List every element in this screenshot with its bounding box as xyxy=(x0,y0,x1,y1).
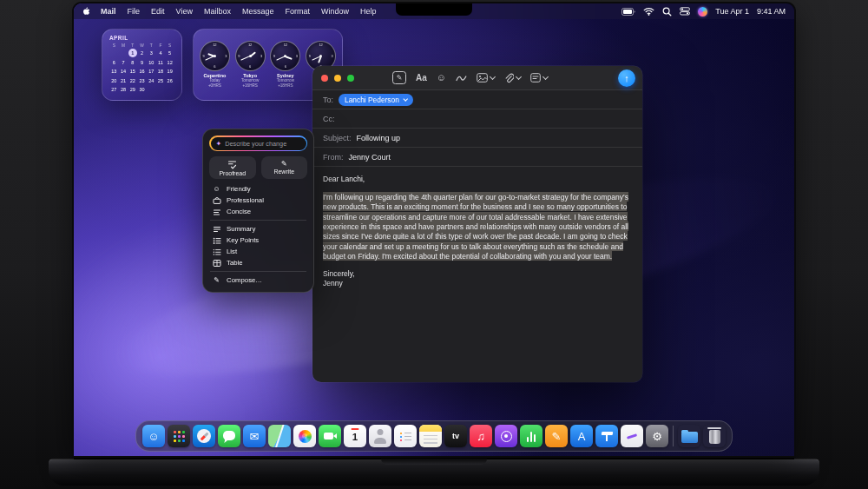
calendar-day[interactable]: 8 xyxy=(128,58,137,68)
writing-tools-item-concise[interactable]: Concise xyxy=(209,206,307,217)
dock-fitness[interactable] xyxy=(520,425,542,447)
writing-tools-item-list[interactable]: List xyxy=(209,246,307,257)
minimize-window-button[interactable] xyxy=(334,75,341,82)
dock-contacts[interactable] xyxy=(369,425,391,447)
dock-messages[interactable] xyxy=(218,425,240,447)
battery-icon[interactable] xyxy=(621,8,635,16)
writing-tools-item-key-points[interactable]: Key Points xyxy=(209,235,307,246)
dock-freeform[interactable] xyxy=(621,425,643,447)
spotlight-search-icon[interactable] xyxy=(662,7,672,17)
dock-pages[interactable]: ✎ xyxy=(545,425,568,447)
calendar-day[interactable]: 14 xyxy=(119,67,128,76)
calendar-day[interactable]: 12 xyxy=(166,58,174,68)
calendar-day[interactable]: 9 xyxy=(137,58,146,68)
calendar-day[interactable]: 19 xyxy=(166,67,174,76)
siri-icon[interactable] xyxy=(698,7,707,17)
writing-tools-item-summary[interactable]: Summary xyxy=(209,223,307,235)
calendar-day[interactable]: 20 xyxy=(109,76,118,86)
menu-bar-date[interactable]: Tue Apr 1 xyxy=(715,7,749,16)
dock-launchpad[interactable] xyxy=(168,425,190,447)
from-field[interactable]: From: Jenny Court xyxy=(312,148,642,167)
apple-menu-icon[interactable] xyxy=(82,6,91,17)
wifi-icon[interactable] xyxy=(643,7,654,16)
calendar-day[interactable]: 11 xyxy=(156,58,165,68)
calendar-day[interactable]: 1 xyxy=(128,49,137,57)
menu-item-edit[interactable]: Edit xyxy=(151,7,165,16)
clock-sydney[interactable]: 12369SydneyTomorrow+18HRS xyxy=(268,41,303,88)
dock-maps[interactable] xyxy=(268,425,291,447)
cc-field[interactable]: Cc: xyxy=(312,109,642,129)
calendar-day[interactable]: 27 xyxy=(109,85,118,95)
recipient-token[interactable]: Lanchi Pederson xyxy=(339,94,413,106)
dock-reminders[interactable] xyxy=(394,425,417,447)
calendar-widget[interactable]: APRIL SMTWTFS 12345678910111213141516171… xyxy=(102,29,182,101)
calendar-day[interactable]: 16 xyxy=(137,67,146,76)
calendar-day[interactable]: 26 xyxy=(166,76,174,86)
control-center-icon[interactable] xyxy=(680,7,690,16)
menu-item-format[interactable]: Format xyxy=(285,7,310,16)
dock-keynote[interactable] xyxy=(595,425,618,447)
photo-browser-icon[interactable] xyxy=(477,73,495,83)
menu-item-window[interactable]: Window xyxy=(321,7,349,16)
mail-body[interactable]: Dear Lanchi, I'm following up regarding … xyxy=(312,167,642,297)
dock-music[interactable]: ♫ xyxy=(470,425,492,447)
calendar-day[interactable]: 23 xyxy=(137,76,146,86)
clock-cupertino[interactable]: 12369CupertinoToday+0HRS xyxy=(197,41,232,88)
calendar-day[interactable]: 22 xyxy=(128,76,137,86)
clock-tokyo[interactable]: 12369TokyoTomorrow+16HRS xyxy=(233,41,267,88)
dock-notes[interactable] xyxy=(419,425,442,447)
dock-calendar[interactable]: 1 xyxy=(344,425,366,447)
writing-tools-item-table[interactable]: Table xyxy=(209,257,307,268)
dock-trash[interactable] xyxy=(703,425,726,447)
calendar-day[interactable]: 5 xyxy=(166,49,174,58)
dock-downloads[interactable] xyxy=(678,425,700,447)
send-button[interactable]: ↑ xyxy=(618,69,635,87)
dock-mail[interactable]: ✉ xyxy=(243,425,266,447)
calendar-day[interactable]: 2 xyxy=(137,49,146,58)
zoom-window-button[interactable] xyxy=(347,75,354,82)
calendar-day[interactable]: 29 xyxy=(128,85,137,95)
menu-item-mailbox[interactable]: Mailbox xyxy=(204,7,231,16)
calendar-day[interactable]: 21 xyxy=(119,76,128,86)
menu-item-view[interactable]: View xyxy=(176,7,193,16)
menu-bar-clock[interactable]: 9:41 AM xyxy=(757,7,786,16)
dock-podcasts[interactable] xyxy=(495,425,517,447)
calendar-day[interactable]: 10 xyxy=(147,58,155,68)
attach-icon[interactable] xyxy=(504,73,521,83)
dock-facetime[interactable] xyxy=(319,425,341,447)
dock-safari[interactable] xyxy=(193,425,215,447)
writing-tools-input[interactable]: ✦ Describe your change xyxy=(211,137,306,150)
calendar-day[interactable]: 3 xyxy=(147,49,155,58)
calendar-day[interactable]: 28 xyxy=(119,85,128,95)
close-window-button[interactable] xyxy=(321,75,328,82)
emoji-icon[interactable]: ☺ xyxy=(437,73,446,83)
menu-item-mail[interactable]: Mail xyxy=(101,7,116,16)
to-field[interactable]: To: Lanchi Pederson xyxy=(312,90,642,109)
dock-app-store[interactable]: A xyxy=(570,425,593,447)
calendar-day[interactable]: 7 xyxy=(119,58,128,68)
calendar-day[interactable]: 4 xyxy=(156,49,165,58)
writing-tools-toolbar-icon[interactable]: ✎ xyxy=(392,71,406,84)
writing-tools-item-compose[interactable]: ✎ Compose… xyxy=(209,274,307,286)
writing-tools-item-friendly[interactable]: ☺ Friendly xyxy=(209,183,307,195)
calendar-day[interactable]: 30 xyxy=(137,85,146,95)
calendar-day[interactable]: 18 xyxy=(156,67,165,76)
markup-icon[interactable] xyxy=(456,74,467,83)
dock-photos[interactable] xyxy=(293,425,316,447)
menu-item-message[interactable]: Message xyxy=(242,7,274,16)
dock-finder[interactable]: ☺ xyxy=(142,425,165,447)
calendar-day[interactable]: 6 xyxy=(109,58,118,68)
menu-item-file[interactable]: File xyxy=(128,7,141,16)
selected-text[interactable]: I'm following up regarding the 4th quart… xyxy=(323,192,628,261)
menu-item-help[interactable]: Help xyxy=(360,7,377,16)
calendar-day[interactable]: 25 xyxy=(156,76,165,86)
calendar-day[interactable]: 24 xyxy=(147,76,155,86)
subject-field[interactable]: Subject: Following up xyxy=(312,129,642,148)
calendar-day[interactable]: 15 xyxy=(128,67,137,76)
calendar-day[interactable]: 13 xyxy=(109,67,118,76)
writing-tools-item-professional[interactable]: Professional xyxy=(209,195,307,206)
calendar-day[interactable]: 17 xyxy=(147,67,155,76)
format-icon[interactable]: Aa xyxy=(416,73,427,83)
text-scan-icon[interactable] xyxy=(530,73,548,83)
dock-tv[interactable]: tv xyxy=(444,425,467,447)
